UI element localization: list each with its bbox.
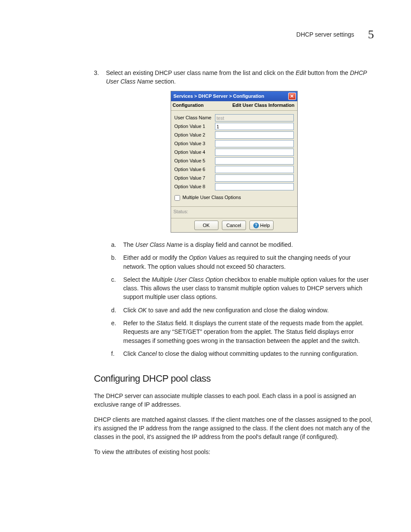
header-title: DHCP server settings <box>296 31 354 38</box>
substep-b-marker: b. <box>111 253 116 262</box>
running-header: DHCP server settings 5 <box>34 26 377 44</box>
dialog-subheader: Configuration Edit User Class Informatio… <box>171 101 297 111</box>
substep-f-marker: f. <box>111 349 115 358</box>
option-value-5-input[interactable] <box>215 157 294 165</box>
dialog-subheader-right: Edit User Class Information <box>232 102 294 109</box>
step-3-marker: 3. <box>94 68 99 77</box>
substep-d-marker: d. <box>111 306 116 314</box>
option-value-7-input[interactable] <box>215 174 294 182</box>
substep-d: d. Click OK to save and add the new conf… <box>111 306 374 314</box>
status-label: Status: <box>174 209 188 214</box>
user-class-name-label: User Class Name <box>174 115 212 121</box>
substep-f: f. Click Cancel to close the dialog with… <box>111 349 374 358</box>
status-field: Status: <box>171 206 297 218</box>
substep-e: e. Refer to the Status field. It display… <box>111 319 374 345</box>
substep-b: b. Either add or modify the Option Value… <box>111 253 374 271</box>
help-icon: ? <box>253 223 259 228</box>
section2-p1: The DHCP server can associate multiple c… <box>94 392 374 409</box>
option-value-6-input[interactable] <box>215 166 294 173</box>
section2-p3: To view the attributes of existing host … <box>94 448 374 456</box>
user-class-name-input <box>215 114 294 121</box>
substep-c-marker: c. <box>111 275 116 284</box>
option-value-8-label: Option Value 8 <box>174 184 212 190</box>
ok-button[interactable]: OK <box>194 221 218 230</box>
multiple-user-class-checkbox[interactable] <box>174 195 180 201</box>
chapter-number: 5 <box>368 28 374 41</box>
dialog-titlebar: Services > DHCP Server > Configuration ✕ <box>171 91 297 101</box>
option-value-3-input[interactable] <box>215 140 294 147</box>
option-value-1-input[interactable] <box>215 123 294 130</box>
option-value-7-label: Option Value 7 <box>174 175 212 182</box>
substep-a: a. The User Class Name is a display fiel… <box>111 240 374 249</box>
dialog-subheader-left: Configuration <box>173 102 204 109</box>
section-heading-configuring-dhcp-pool-class: Configuring DHCP pool class <box>94 372 374 386</box>
option-value-2-label: Option Value 2 <box>174 132 212 139</box>
substep-e-marker: e. <box>111 319 116 327</box>
section2-p2: DHCP clients are matched against classes… <box>94 415 374 442</box>
help-button[interactable]: ? Help <box>249 221 274 230</box>
option-value-6-label: Option Value 6 <box>174 166 212 173</box>
option-value-4-label: Option Value 4 <box>174 149 212 156</box>
option-value-3-label: Option Value 3 <box>174 140 212 147</box>
option-value-8-input[interactable] <box>215 183 294 190</box>
option-value-4-input[interactable] <box>215 149 294 156</box>
option-value-2-input[interactable] <box>215 131 294 139</box>
option-value-1-label: Option Value 1 <box>174 123 212 130</box>
substep-a-marker: a. <box>111 240 116 249</box>
cancel-button[interactable]: Cancel <box>222 221 246 230</box>
step-3: 3. Select an existing DHCP user class na… <box>94 68 374 86</box>
edit-user-class-dialog: Services > DHCP Server > Configuration ✕… <box>171 91 298 233</box>
dialog-breadcrumb: Services > DHCP Server > Configuration <box>174 93 265 100</box>
substep-c: c. Select the Multiple User Class Option… <box>111 275 374 302</box>
multiple-user-class-label: Multiple User Class Options <box>183 194 241 201</box>
close-icon[interactable]: ✕ <box>288 93 296 100</box>
step-3-text: Select an existing DHCP user class name … <box>106 69 368 85</box>
option-value-5-label: Option Value 5 <box>174 158 212 165</box>
